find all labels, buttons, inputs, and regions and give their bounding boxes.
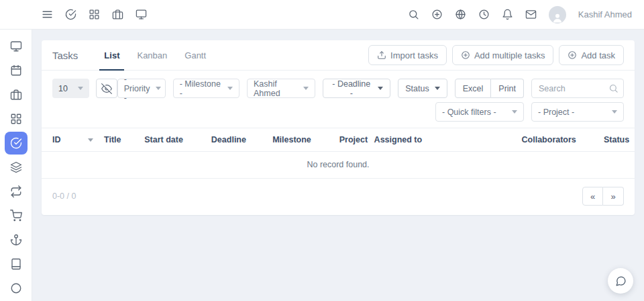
sidebar-item-leads[interactable]	[5, 228, 28, 251]
sidebar-item-store[interactable]	[5, 204, 28, 227]
tab-kanban[interactable]: Kanban	[128, 40, 176, 70]
page-title: Tasks	[52, 50, 78, 61]
plus-circle-icon	[461, 50, 470, 60]
filter-row-2: - Quick filters - - Project -	[52, 102, 624, 122]
menu-icon[interactable]	[42, 9, 53, 20]
topbar-right-icons: Kashif Ahmed	[408, 6, 644, 24]
column-header-collaborators[interactable]: Collaborators	[517, 128, 598, 152]
chevron-down-icon	[78, 87, 83, 90]
filter-controls-2: - Quick filters - - Project -	[435, 102, 624, 122]
briefcase-icon	[10, 89, 22, 101]
sidebar-item-help[interactable]	[5, 277, 28, 300]
upload-icon	[377, 50, 386, 60]
column-header-id[interactable]: ID	[42, 128, 99, 152]
chevron-down-icon	[378, 87, 383, 90]
chevron-down-icon	[435, 87, 440, 90]
top-navigation-bar: Kashif Ahmed	[0, 0, 644, 30]
user-name[interactable]: Kashif Ahmed	[578, 9, 632, 19]
tab-gantt[interactable]: Gantt	[176, 40, 215, 70]
tasks-card: Tasks List Kanban Gantt Import tasks Add…	[42, 40, 635, 215]
header-actions: Import tasks Add multiple tasks Add task	[368, 45, 624, 65]
previous-page-button[interactable]: «	[582, 187, 603, 206]
clock-icon[interactable]	[478, 9, 490, 20]
user-avatar[interactable]	[549, 6, 566, 24]
pagination-range: 0-0 / 0	[52, 191, 76, 201]
shopping-cart-icon	[10, 210, 22, 222]
column-header-title[interactable]: Title	[99, 128, 139, 152]
column-header-assigned-to[interactable]: Assigned to	[369, 128, 517, 152]
filters-section: 10 - Priority - - Milestone - Kashif Ahm…	[42, 71, 635, 122]
page-size-select[interactable]: 10	[52, 79, 89, 98]
empty-message: No record found.	[42, 152, 635, 179]
circle-icon	[10, 282, 22, 294]
add-task-button[interactable]: Add task	[559, 45, 624, 65]
grid-icon	[10, 113, 22, 125]
tasks-table: ID Title Start date Deadline Milestone P…	[42, 128, 635, 179]
column-header-status[interactable]: Status	[598, 128, 635, 152]
quick-filters-select[interactable]: - Quick filters -	[435, 102, 524, 122]
chevron-down-icon	[303, 87, 309, 90]
sidebar-item-assets[interactable]	[5, 156, 28, 179]
sidebar-item-dashboard[interactable]	[5, 35, 28, 58]
filter-row-1: 10 - Priority - - Milestone - Kashif Ahm…	[52, 79, 624, 98]
pagination-controls: « »	[582, 187, 624, 206]
layers-icon	[10, 161, 22, 173]
import-tasks-button[interactable]: Import tasks	[368, 45, 447, 65]
status-filter[interactable]: Status	[398, 79, 447, 98]
priority-filter[interactable]: - Priority -	[117, 79, 166, 98]
sort-desc-icon	[88, 138, 93, 142]
monitor-icon[interactable]	[136, 9, 147, 20]
check-circle-icon[interactable]	[65, 9, 76, 20]
chevron-down-icon	[156, 87, 161, 90]
globe-icon[interactable]	[455, 9, 466, 20]
left-sidebar	[0, 30, 32, 301]
search-icon[interactable]	[408, 9, 419, 20]
sidebar-item-events[interactable]	[5, 59, 28, 82]
chevron-down-icon	[512, 110, 517, 114]
column-header-project[interactable]: Project	[334, 128, 369, 152]
plus-circle-icon	[568, 50, 577, 60]
view-tabs: List Kanban Gantt	[95, 40, 215, 70]
column-header-start-date[interactable]: Start date	[139, 128, 206, 152]
tasks-card-header: Tasks List Kanban Gantt Import tasks Add…	[42, 40, 635, 71]
chevron-down-icon	[227, 87, 233, 90]
monitor-icon	[10, 40, 22, 52]
plus-circle-icon[interactable]	[431, 9, 443, 20]
table-search	[531, 79, 624, 98]
eye-off-icon	[101, 83, 112, 94]
bell-icon[interactable]	[502, 9, 513, 20]
anchor-icon	[10, 234, 22, 246]
filter-controls: - Priority - - Milestone - Kashif Ahmed …	[117, 79, 624, 98]
deadline-filter[interactable]: - Deadline -	[323, 79, 390, 98]
repeat-icon	[10, 185, 22, 198]
chat-fab-button[interactable]	[608, 268, 633, 294]
check-circle-icon	[10, 137, 22, 149]
print-button[interactable]: Print	[491, 79, 524, 98]
sidebar-item-apps[interactable]	[5, 108, 28, 130]
table-footer: 0-0 / 0 « »	[42, 179, 635, 215]
chat-bubble-icon	[615, 275, 627, 287]
grid-icon[interactable]	[89, 9, 100, 20]
briefcase-icon[interactable]	[112, 9, 123, 20]
toggle-columns-button[interactable]	[96, 79, 117, 98]
add-multiple-tasks-button[interactable]: Add multiple tasks	[452, 45, 554, 65]
next-page-button[interactable]: »	[603, 187, 624, 206]
topbar-left-icons	[0, 9, 147, 20]
export-button-group: Excel Print	[455, 79, 524, 98]
milestone-filter[interactable]: - Milestone -	[173, 79, 239, 98]
sidebar-item-knowledge-base[interactable]	[5, 253, 28, 275]
calendar-icon	[10, 64, 22, 77]
column-header-milestone[interactable]: Milestone	[267, 128, 334, 152]
mail-icon[interactable]	[525, 9, 537, 20]
chevron-down-icon	[612, 110, 617, 114]
sidebar-item-subscriptions[interactable]	[5, 180, 28, 203]
sidebar-item-projects[interactable]	[5, 83, 28, 106]
empty-row: No record found.	[42, 152, 635, 179]
column-header-deadline[interactable]: Deadline	[206, 128, 267, 152]
excel-export-button[interactable]: Excel	[455, 79, 492, 98]
assigned-to-filter[interactable]: Kashif Ahmed	[247, 79, 315, 98]
tab-list[interactable]: List	[95, 40, 128, 70]
sidebar-item-tasks[interactable]	[5, 132, 28, 155]
project-filter[interactable]: - Project -	[531, 102, 624, 122]
book-icon	[10, 258, 22, 270]
